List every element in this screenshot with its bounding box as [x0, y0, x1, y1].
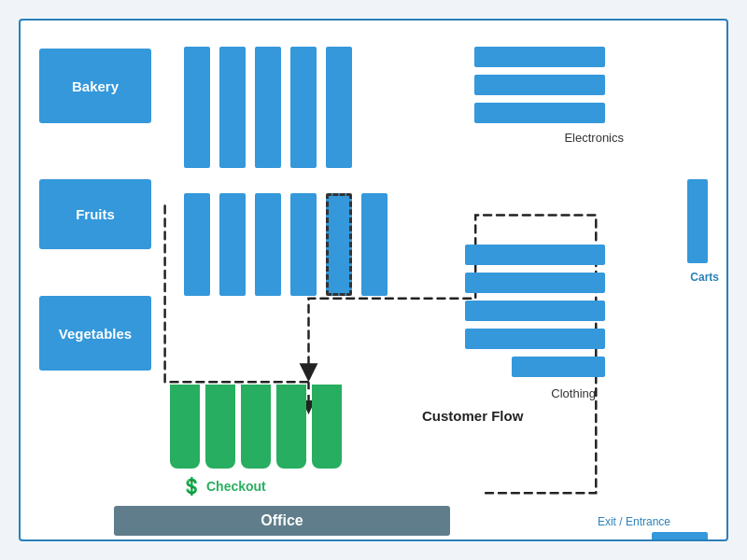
- carts-label: Carts: [690, 271, 719, 284]
- center-shelf-5: [326, 47, 352, 168]
- customer-flow-label: Customer Flow: [422, 408, 523, 424]
- mid-shelf-3: [255, 193, 281, 296]
- mid-shelf-4: [290, 193, 317, 296]
- mid-shelf-1: [184, 193, 210, 296]
- checkout-lane-3: [241, 385, 271, 469]
- fruits-section: Fruits: [39, 179, 151, 249]
- exit-entrance-label: Exit / Entrance: [598, 515, 670, 528]
- center-shelf-4: [290, 47, 317, 168]
- checkout-icon: 💲: [181, 476, 202, 497]
- mid-shelf-6: [361, 193, 388, 296]
- shelf-top-right-2: [474, 75, 605, 95]
- entrance-bar: [652, 532, 708, 541]
- svg-marker-0: [300, 363, 318, 382]
- clothing-shelf-4: [465, 329, 605, 349]
- clothing-shelf-1: [465, 245, 605, 265]
- center-shelf-3: [255, 47, 281, 168]
- mid-shelf-2: [219, 193, 246, 296]
- center-shelf-2: [219, 47, 246, 168]
- checkout-lane-2: [205, 385, 235, 469]
- shelf-top-right-1: [474, 47, 605, 67]
- checkout-lane-4: [276, 385, 306, 469]
- shelf-top-right-3: [474, 103, 605, 123]
- checkout-label: 💲 Checkout: [181, 476, 266, 497]
- checkout-text: Checkout: [206, 479, 266, 494]
- clothing-shelf-2: [465, 273, 605, 293]
- carts-bar: [687, 179, 708, 263]
- clothing-shelf-3: [465, 301, 605, 321]
- vegetables-section: Vegetables: [39, 296, 151, 371]
- checkout-lane-5: [312, 385, 342, 469]
- bakery-section: Bakery: [39, 49, 151, 123]
- checkout-lane-1: [170, 385, 200, 469]
- electronics-label: Electronics: [564, 131, 624, 145]
- clothing-label: Clothing: [551, 386, 596, 400]
- center-shelf-1: [184, 47, 210, 168]
- clothing-shelf-5: [512, 357, 605, 377]
- office-section: Office: [114, 506, 450, 536]
- mid-shelf-5-selected: [326, 193, 352, 296]
- store-map: Bakery Fruits Vegetables Electronics Car…: [19, 19, 728, 541]
